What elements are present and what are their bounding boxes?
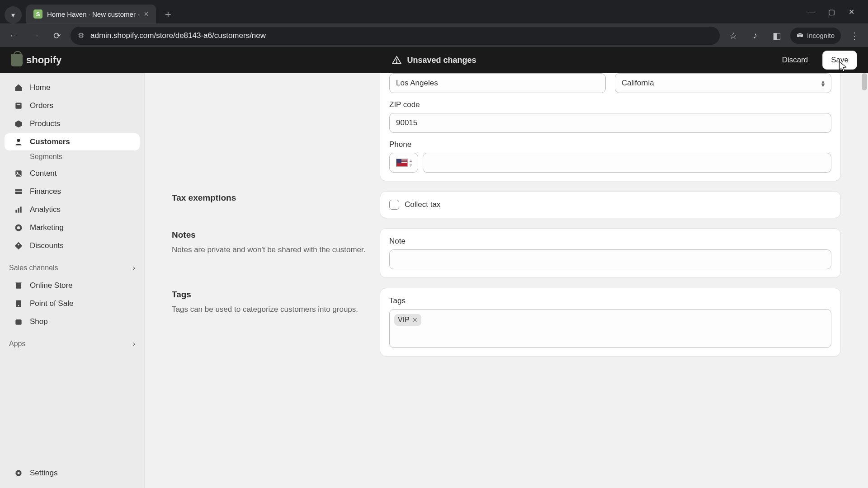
save-button[interactable]: Save [822,51,857,70]
country-code-select[interactable]: ▵▿ [389,153,418,173]
site-settings-icon[interactable]: ⚙ [78,31,84,40]
browser-tab-active[interactable]: S Home Haven · New customer · × [26,5,156,23]
sidebar-item-discounts[interactable]: Discounts [5,237,140,254]
sidebar-group-sales-channels[interactable]: Sales channels › [0,259,144,277]
state-select[interactable]: California ▴▾ [615,73,831,93]
sidebar-item-label: Marketing [30,223,64,232]
sidebar-item-label: Content [30,169,57,178]
tags-description: Tags can be used to categorize customers… [172,304,366,315]
sidebar-item-label: Finances [30,187,61,196]
tags-title: Tags [172,290,366,300]
chevron-down-icon: ▾ [11,11,15,19]
svg-rect-7 [15,189,22,191]
svg-rect-11 [20,206,21,212]
tab-search-button[interactable]: ▾ [5,6,22,23]
discounts-icon [14,241,24,251]
address-card: California ▴▾ ZIP code Phone ▵▿ [380,73,841,181]
back-button[interactable]: ← [5,28,22,44]
sidebar-item-label: Online Store [30,281,73,290]
sidebar-item-finances[interactable]: Finances [5,183,140,200]
gmusic-icon[interactable]: ♪ [747,28,763,44]
new-tab-button[interactable]: + [160,8,176,23]
shopify-logo[interactable]: shopify [11,54,61,66]
shopify-favicon-icon: S [33,9,42,19]
group-label: Apps [9,340,25,348]
kebab-menu-icon[interactable]: ⋮ [846,28,863,44]
sidebar-item-settings[interactable]: Settings [5,465,140,482]
page-scrollbar[interactable] [860,73,868,488]
side-panel-icon[interactable]: ◧ [769,28,785,44]
city-input[interactable] [389,73,606,93]
maximize-icon[interactable]: ▢ [828,8,835,16]
unsaved-changes-banner: Unsaved changes [392,55,476,65]
notes-card: Note [380,228,841,278]
finances-icon [14,187,24,197]
notes-description: Notes are private and won't be shared wi… [172,244,366,255]
incognito-icon: 🕶 [797,32,803,39]
sidebar: Home Orders Products Customers Segments … [0,73,145,488]
svg-point-20 [18,472,20,474]
phone-input[interactable] [423,153,831,173]
customers-icon [14,137,24,147]
close-window-icon[interactable]: ✕ [849,8,854,16]
chevron-right-icon: › [133,340,135,348]
tags-input[interactable]: VIP ✕ [389,309,831,348]
sidebar-item-content[interactable]: Content [5,165,140,182]
sidebar-item-orders[interactable]: Orders [5,97,140,114]
svg-rect-10 [18,208,19,213]
tag-pill: VIP ✕ [394,314,421,326]
discard-button[interactable]: Discard [774,51,816,70]
sidebar-item-label: Shop [30,317,48,326]
sidebar-item-label: Settings [30,469,57,478]
minimize-icon[interactable]: — [807,8,815,16]
sidebar-item-label: Customers [30,137,70,146]
window-controls: — ▢ ✕ [807,0,863,23]
svg-rect-15 [16,285,21,288]
bookmark-icon[interactable]: ☆ [725,28,741,44]
close-icon[interactable]: × [144,10,149,18]
sidebar-subitem-segments[interactable]: Segments [5,153,140,161]
products-icon [14,119,24,129]
online-store-icon [14,281,24,291]
note-input[interactable] [389,249,831,269]
note-label: Note [389,237,831,246]
omnibox[interactable]: ⚙ admin.shopify.com/store/de8143-a6/cust… [71,27,720,45]
sidebar-item-point-of-sale[interactable]: Point of Sale [5,295,140,312]
browser-chrome: ▾ S Home Haven · New customer · × + — ▢ … [0,0,868,47]
phone-label: Phone [389,140,831,149]
unsaved-changes-text: Unsaved changes [407,56,476,65]
sidebar-item-home[interactable]: Home [5,79,140,96]
collect-tax-checkbox[interactable] [389,200,399,210]
tax-section-title: Tax exemptions [172,193,366,203]
sidebar-group-apps[interactable]: Apps › [0,335,144,352]
forward-button[interactable]: → [27,28,43,44]
sidebar-item-shop[interactable]: Shop [5,313,140,330]
gear-icon [14,468,24,478]
tax-card: Collect tax [380,191,841,218]
app-body: Home Orders Products Customers Segments … [0,73,868,488]
home-icon [14,83,24,93]
shopify-bag-icon [11,54,23,66]
zip-label: ZIP code [389,100,831,109]
chevron-right-icon: › [133,264,135,272]
svg-point-13 [17,226,20,230]
tab-strip: ▾ S Home Haven · New customer · × + — ▢ … [0,0,868,23]
tag-text: VIP [398,316,410,324]
svg-rect-8 [15,192,22,194]
sidebar-item-products[interactable]: Products [5,115,140,132]
zip-input[interactable] [389,113,831,133]
sidebar-item-analytics[interactable]: Analytics [5,201,140,218]
sidebar-item-online-store[interactable]: Online Store [5,277,140,294]
orders-icon [14,101,24,111]
sidebar-item-customers[interactable]: Customers [5,133,140,150]
incognito-chip[interactable]: 🕶 Incognito [790,28,841,44]
scrollbar-thumb[interactable] [862,73,867,90]
tags-card: Tags VIP ✕ [380,288,841,357]
shop-icon [14,317,24,327]
reload-button[interactable]: ⟳ [49,28,65,44]
svg-rect-2 [15,103,21,108]
remove-tag-icon[interactable]: ✕ [412,316,418,324]
sidebar-item-label: Orders [30,101,53,110]
sidebar-item-marketing[interactable]: Marketing [5,219,140,236]
us-flag-icon [396,159,408,167]
